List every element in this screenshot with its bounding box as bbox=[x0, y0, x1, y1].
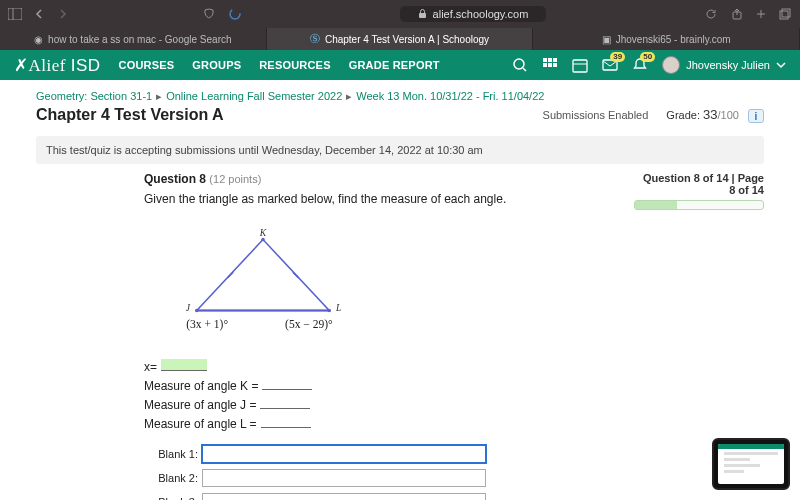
blank-1-input[interactable] bbox=[202, 445, 486, 463]
svg-rect-6 bbox=[782, 9, 790, 17]
submission-notice: This test/quiz is accepting submissions … bbox=[36, 136, 764, 164]
search-icon[interactable] bbox=[512, 57, 528, 73]
svg-text:L: L bbox=[335, 302, 341, 313]
nav-resources[interactable]: RESOURCES bbox=[259, 59, 330, 71]
blank-label: Blank 2: bbox=[156, 472, 202, 484]
svg-rect-0 bbox=[8, 8, 22, 20]
browser-toolbar: alief.schoology.com bbox=[0, 0, 800, 28]
svg-point-24 bbox=[328, 309, 331, 312]
address-bar[interactable]: alief.schoology.com bbox=[400, 6, 547, 22]
bell-badge: 50 bbox=[640, 52, 655, 62]
pip-thumbnail[interactable] bbox=[712, 438, 790, 490]
sidebar-toggle-icon[interactable] bbox=[8, 7, 22, 21]
nav-courses[interactable]: COURSES bbox=[119, 59, 175, 71]
refresh-icon[interactable] bbox=[704, 7, 718, 21]
browser-tab[interactable]: ◉ how to take a ss on mac - Google Searc… bbox=[0, 28, 267, 50]
new-tab-icon[interactable] bbox=[754, 7, 768, 21]
svg-rect-12 bbox=[543, 63, 547, 67]
svg-rect-10 bbox=[548, 58, 552, 62]
info-icon[interactable]: i bbox=[748, 109, 764, 123]
svg-line-21 bbox=[293, 272, 299, 278]
bell-icon[interactable]: 50 bbox=[632, 57, 648, 73]
svg-point-22 bbox=[261, 238, 264, 241]
favicon-schoology-icon: Ⓢ bbox=[310, 32, 320, 46]
logo[interactable]: ✗Alief ISD bbox=[14, 55, 101, 76]
svg-line-20 bbox=[227, 272, 233, 278]
crumb-link[interactable]: Week 13 Mon. 10/31/22 - Fri. 11/04/22 bbox=[356, 90, 544, 102]
svg-text:J: J bbox=[186, 302, 191, 313]
submissions-status: Submissions Enabled bbox=[543, 109, 649, 121]
user-name: Jhovensky Julien bbox=[686, 59, 770, 71]
answer-lines: x= Measure of angle K = Measure of angle… bbox=[144, 359, 634, 431]
svg-rect-11 bbox=[553, 58, 557, 62]
svg-rect-5 bbox=[780, 11, 788, 19]
favicon-brainly-icon: ▣ bbox=[602, 34, 611, 45]
question-heading: Question 8 (12 points) bbox=[144, 172, 634, 186]
url-text: alief.schoology.com bbox=[433, 8, 529, 20]
tabs-overview-icon[interactable] bbox=[778, 7, 792, 21]
apps-grid-icon[interactable] bbox=[542, 57, 558, 73]
grade-display: Grade: 33/100 i bbox=[666, 107, 764, 123]
page-title: Chapter 4 Test Version A bbox=[36, 106, 224, 124]
app-header: ✗Alief ISD COURSES GROUPS RESOURCES GRAD… bbox=[0, 50, 800, 80]
tab-title: how to take a ss on mac - Google Search bbox=[48, 34, 231, 45]
lock-icon bbox=[418, 9, 427, 19]
blank-2-input[interactable] bbox=[202, 469, 486, 487]
calendar-icon[interactable] bbox=[572, 57, 588, 73]
svg-rect-13 bbox=[548, 63, 552, 67]
svg-point-2 bbox=[230, 9, 240, 19]
svg-text:(3x  +  1)°: (3x + 1)° bbox=[186, 318, 228, 331]
nav-groups[interactable]: GROUPS bbox=[192, 59, 241, 71]
svg-line-8 bbox=[523, 68, 526, 71]
question-location: Question 8 of 14 | Page 8 of 14 bbox=[634, 172, 764, 196]
svg-rect-3 bbox=[419, 13, 426, 18]
svg-point-23 bbox=[195, 309, 198, 312]
question-prompt: Given the triangle as marked below, find… bbox=[144, 192, 634, 206]
browser-tab[interactable]: Ⓢ Chapter 4 Test Version A | Schoology bbox=[267, 28, 534, 50]
triangle-figure: K J L (3x + 1)° (5x − 29)° bbox=[158, 228, 368, 348]
browser-tab[interactable]: ▣ Jhovenski65 - brainly.com bbox=[533, 28, 800, 50]
crumb-link[interactable]: Online Learning Fall Semester 2022 bbox=[166, 90, 342, 102]
chevron-down-icon bbox=[776, 61, 786, 69]
svg-rect-14 bbox=[553, 63, 557, 67]
svg-text:K: K bbox=[259, 228, 267, 238]
tab-title: Jhovenski65 - brainly.com bbox=[616, 34, 731, 45]
svg-marker-18 bbox=[197, 240, 329, 311]
loading-spinner-icon bbox=[228, 7, 242, 21]
share-icon[interactable] bbox=[730, 7, 744, 21]
svg-text:(5x  −  29)°: (5x − 29)° bbox=[285, 318, 333, 331]
shield-icon[interactable] bbox=[202, 7, 216, 21]
favicon-google-icon: ◉ bbox=[34, 34, 43, 45]
mail-icon[interactable]: 39 bbox=[602, 57, 618, 73]
avatar bbox=[662, 56, 680, 74]
svg-rect-9 bbox=[543, 58, 547, 62]
blank-label: Blank 3: bbox=[156, 496, 202, 500]
crumb-link[interactable]: Geometry: Section 31-1 bbox=[36, 90, 152, 102]
blank-3-input[interactable] bbox=[202, 493, 486, 500]
breadcrumb: Geometry: Section 31-1▸Online Learning F… bbox=[36, 90, 764, 103]
progress-bar bbox=[634, 200, 764, 210]
nav-back-icon[interactable] bbox=[32, 7, 46, 21]
browser-tabs: ◉ how to take a ss on mac - Google Searc… bbox=[0, 28, 800, 50]
blank-label: Blank 1: bbox=[156, 448, 202, 460]
svg-point-7 bbox=[514, 59, 524, 69]
nav-forward-icon bbox=[56, 7, 70, 21]
user-menu[interactable]: Jhovensky Julien bbox=[662, 56, 786, 74]
svg-rect-15 bbox=[573, 60, 587, 72]
mail-badge: 39 bbox=[610, 52, 625, 62]
nav-grade-report[interactable]: GRADE REPORT bbox=[349, 59, 440, 71]
tab-title: Chapter 4 Test Version A | Schoology bbox=[325, 34, 489, 45]
